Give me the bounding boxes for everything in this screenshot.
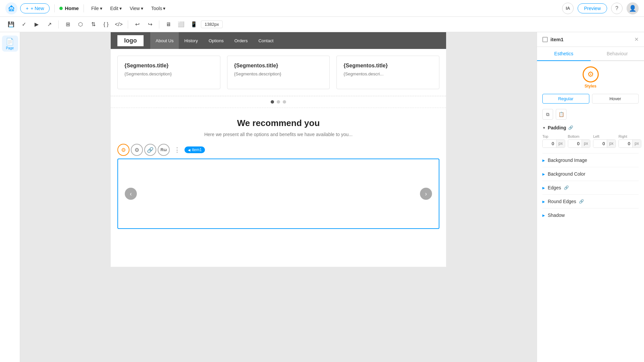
- redo-button[interactable]: ↪: [144, 19, 156, 30]
- dot-2[interactable]: [277, 100, 280, 104]
- tools-menu[interactable]: Tools ▾: [149, 4, 168, 12]
- padding-left-input[interactable]: [593, 140, 607, 147]
- edit-menu[interactable]: Edit ▾: [108, 4, 124, 12]
- code-block-button[interactable]: { }: [100, 19, 112, 30]
- edges-chevron: ▶: [542, 186, 545, 190]
- tab-behaviour[interactable]: Behaviour: [591, 47, 644, 61]
- components-button[interactable]: ⊞: [62, 19, 73, 30]
- new-button[interactable]: + + New: [20, 3, 50, 13]
- padding-left-label: Left: [593, 134, 616, 138]
- dot-1[interactable]: [271, 100, 274, 104]
- app-logo[interactable]: [5, 2, 17, 14]
- canvas-nav: logo About Us History Options Orders Con…: [111, 32, 446, 49]
- bg-color-chevron: ▶: [542, 172, 545, 176]
- segment-title-2: {Segmentos.title}: [234, 63, 323, 69]
- segment-title-1: {Segmentos.title}: [124, 63, 213, 69]
- nav-item-options[interactable]: Options: [203, 32, 229, 49]
- padding-right-input-wrap: px: [619, 139, 641, 148]
- user-avatar[interactable]: 👤: [627, 2, 639, 14]
- widget-more-button[interactable]: ⋮: [171, 144, 183, 156]
- home-status-dot: [59, 7, 63, 10]
- file-menu[interactable]: File ▾: [89, 4, 105, 12]
- data-button[interactable]: ⇅: [88, 19, 99, 30]
- round-edges-link-icon: 🔗: [579, 199, 584, 204]
- main-layout: 📄 Page logo About Us History Options Ord…: [0, 32, 644, 362]
- segment-desc-2: {Segmentos.description}: [234, 71, 323, 76]
- item1-badge[interactable]: ◀ item1: [184, 146, 205, 153]
- code-button[interactable]: </>: [113, 19, 124, 30]
- bg-image-header[interactable]: ▶ Background Image: [542, 158, 639, 163]
- segment-title-3: {Segmentos.title}: [343, 63, 432, 69]
- widget-styles-button[interactable]: ⚙: [117, 144, 129, 156]
- page-icon: 📄: [6, 38, 14, 46]
- segment-card-3: {Segmentos.title} {Segmentos.descri...: [336, 56, 439, 89]
- badge-arrow: ◀: [188, 148, 191, 152]
- edges-link-icon: 🔗: [564, 185, 569, 190]
- carousel-next-button[interactable]: ›: [420, 188, 432, 200]
- padding-top-input[interactable]: [543, 140, 556, 147]
- padding-right-field: Right px: [619, 134, 641, 148]
- nav-item-orders[interactable]: Orders: [229, 32, 253, 49]
- export-button[interactable]: ↗: [44, 19, 55, 30]
- recommend-subtitle: Here we present all the options and bene…: [117, 132, 439, 137]
- shadow-header[interactable]: ▶ Shadow: [542, 213, 639, 218]
- dot-3[interactable]: [283, 100, 286, 104]
- tablet-view-button[interactable]: ⬜: [175, 19, 187, 30]
- panel-tabs: Esthetics Behaviour: [537, 47, 644, 61]
- save-button[interactable]: 💾: [5, 19, 17, 30]
- sidebar-item-page[interactable]: 📄 Page: [2, 36, 18, 52]
- canvas-logo: logo: [117, 35, 144, 46]
- nav-item-about[interactable]: About Us: [150, 32, 179, 49]
- play-button[interactable]: ▶: [31, 19, 42, 30]
- tab-esthetics[interactable]: Esthetics: [537, 47, 591, 61]
- bg-color-label: Background Color: [548, 171, 585, 177]
- recommend-title: We recommend you: [117, 118, 439, 128]
- regular-button[interactable]: Regular: [542, 94, 589, 104]
- nav-item-contact[interactable]: Contact: [253, 32, 279, 49]
- widget-text-button[interactable]: Rω: [158, 144, 170, 156]
- separator-5: [159, 20, 159, 28]
- padding-grid: Top px Bottom px: [542, 134, 639, 148]
- canvas-area[interactable]: logo About Us History Options Orders Con…: [20, 32, 537, 362]
- desktop-view-button[interactable]: 🖥: [163, 19, 174, 30]
- width-display: 1382px: [201, 20, 223, 28]
- carousel-prev-button[interactable]: ‹: [125, 188, 137, 200]
- padding-bottom-input[interactable]: [568, 140, 582, 147]
- left-sidebar: 📄 Page: [0, 32, 20, 362]
- round-edges-label: Round Edges: [548, 199, 576, 204]
- plus-icon: +: [26, 6, 29, 11]
- item-checkbox[interactable]: [542, 37, 548, 42]
- padding-right-label: Right: [619, 134, 641, 138]
- widget-settings-button[interactable]: ⚙: [131, 144, 143, 156]
- home-label: Home: [59, 5, 79, 11]
- copy-styles-button[interactable]: ⧉: [542, 109, 553, 120]
- ia-button[interactable]: IA: [562, 3, 574, 14]
- preview-button[interactable]: Preview: [578, 3, 607, 13]
- mobile-view-button[interactable]: 📱: [188, 19, 200, 30]
- nav-item-history[interactable]: History: [179, 32, 203, 49]
- panel-close-button[interactable]: ✕: [634, 36, 639, 43]
- help-button[interactable]: ?: [611, 3, 623, 14]
- bg-color-header[interactable]: ▶ Background Color: [542, 171, 639, 177]
- undo-button[interactable]: ↩: [131, 19, 143, 30]
- padding-right-input[interactable]: [619, 140, 632, 147]
- bg-image-label: Background Image: [548, 158, 587, 163]
- paste-styles-button[interactable]: 📋: [556, 109, 567, 120]
- styles-gear-icon: ⚙: [583, 66, 599, 82]
- padding-left-input-wrap: px: [593, 139, 616, 148]
- layers-button[interactable]: ⬡: [75, 19, 86, 30]
- shadow-section: ▶ Shadow: [542, 208, 639, 222]
- segment-row: {Segmentos.title} {Segmentos.description…: [111, 49, 446, 96]
- separator-1: [54, 4, 55, 12]
- padding-chevron[interactable]: ▼: [542, 126, 546, 130]
- widget-link-button[interactable]: 🔗: [144, 144, 156, 156]
- hover-button[interactable]: Hover: [592, 94, 639, 104]
- shadow-label: Shadow: [548, 213, 565, 218]
- right-panel-header: item1 ✕: [537, 32, 644, 47]
- padding-link-icon[interactable]: 🔗: [568, 125, 573, 130]
- round-edges-header[interactable]: ▶ Round Edges 🔗: [542, 199, 639, 204]
- view-menu[interactable]: View ▾: [127, 4, 146, 12]
- second-toolbar: 💾 ✓ ▶ ↗ ⊞ ⬡ ⇅ { } </> ↩ ↪ 🖥 ⬜ 📱 1382px: [0, 17, 644, 32]
- check-button[interactable]: ✓: [18, 19, 30, 30]
- edges-header[interactable]: ▶ Edges 🔗: [542, 185, 639, 190]
